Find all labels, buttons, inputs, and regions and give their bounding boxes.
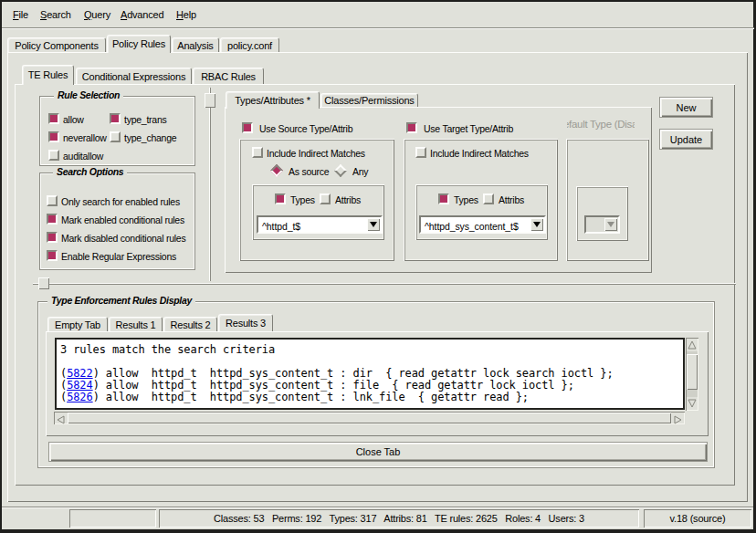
checkbox-source-attribs[interactable] [320, 193, 331, 204]
checkbox-allow[interactable] [48, 113, 59, 124]
checkbox-use-target-label: Use Target Type/Attrib [424, 123, 513, 134]
menu-file[interactable]: File [13, 2, 28, 27]
status-version: v.18 (source) [644, 509, 751, 528]
checkbox-type-change[interactable] [110, 131, 121, 142]
vertical-sash[interactable] [209, 88, 211, 281]
checkbox-type-trans[interactable] [110, 113, 121, 124]
source-combo-arrow[interactable] [367, 218, 380, 231]
source-type-combobox[interactable]: ^httpd_t$ [257, 215, 383, 234]
arrow-left-icon [55, 414, 68, 425]
results-hscrollbar[interactable] [54, 412, 685, 424]
checkbox-target-types[interactable] [438, 193, 449, 204]
checkbox-mark-disabled[interactable] [47, 232, 58, 243]
menu-query[interactable]: Query [84, 2, 110, 27]
apol-window: File Search Query Advanced Help Policy C… [0, 0, 756, 533]
horizontal-sash[interactable] [33, 283, 736, 285]
checkbox-regex[interactable] [47, 250, 58, 261]
scroll-thumb[interactable] [68, 413, 671, 423]
checkbox-source-attribs-label: Attribs [335, 194, 361, 205]
tab-results-2[interactable]: Results 2 [163, 317, 217, 331]
scroll-right-button[interactable] [671, 413, 684, 423]
search-options-title: Search Options [53, 166, 127, 178]
rule-selection-title: Rule Selection [54, 89, 123, 101]
arrow-down-icon [687, 397, 698, 410]
arrow-up-icon [687, 339, 698, 351]
default-type-combobox [584, 215, 620, 234]
default-type-label: Default Type (Disabled) [567, 119, 635, 130]
checkbox-use-target[interactable] [406, 122, 417, 133]
checkbox-source-types[interactable] [275, 193, 286, 204]
menu-search[interactable]: Search [40, 2, 71, 27]
checkbox-type-change-label: type_change [124, 132, 176, 143]
target-type-combobox[interactable]: ^httpd_sys_content_t$ [419, 215, 546, 234]
chevron-down-icon [607, 222, 614, 227]
menubar-separator [2, 27, 754, 29]
results-text-content: 3 rules match the search criteria (5822)… [60, 344, 614, 403]
target-type-value: ^httpd_sys_content_t$ [425, 221, 519, 232]
menu-advanced[interactable]: Advanced [121, 2, 163, 27]
default-type-label-clip: Default Type (Disabled) [567, 119, 635, 132]
statusbar-separator [2, 507, 753, 508]
rule-link-5822[interactable]: 5822 [67, 367, 93, 380]
target-combo-arrow[interactable] [530, 218, 543, 231]
checkbox-source-types-label: Types [290, 194, 315, 205]
tab-analysis[interactable]: Analysis [172, 37, 219, 52]
vscroll-thumb[interactable] [687, 354, 698, 390]
checkbox-auditallow-label: auditallow [63, 151, 103, 162]
scroll-up-button[interactable] [687, 339, 698, 351]
checkbox-neverallow[interactable] [48, 131, 59, 142]
results-header: 3 rules match the search criteria [60, 344, 614, 356]
chevron-down-icon [370, 222, 377, 227]
checkbox-regex-label: Enable Regular Expressions [61, 251, 176, 262]
tab-policy-conf[interactable]: policy.conf [220, 37, 279, 52]
tab-policy-rules[interactable]: Policy Rules [107, 35, 171, 53]
checkbox-auditallow[interactable] [48, 150, 59, 161]
rule-line: (5826) allow httpd_t httpd_sys_content_t… [60, 392, 614, 403]
checkbox-source-indirect[interactable] [252, 147, 263, 158]
source-type-value: ^httpd_t$ [262, 221, 300, 232]
tab-te-rules[interactable]: TE Rules [22, 65, 74, 85]
status-stats: Classes: 53 Perms: 192 Types: 317 Attrib… [159, 509, 639, 528]
rule-link-5826[interactable]: 5826 [67, 391, 93, 403]
rule-link-5824[interactable]: 5824 [67, 379, 93, 392]
checkbox-use-source-label: Use Source Type/Attrib [259, 123, 352, 134]
te-display-title: Type Enforcement Rules Display [47, 295, 195, 307]
arrow-right-icon [671, 414, 684, 425]
scroll-left-button[interactable] [55, 413, 68, 423]
tab-results-3[interactable]: Results 3 [218, 314, 273, 331]
menubar: File Search Query Advanced Help [2, 2, 754, 27]
menu-help[interactable]: Help [176, 2, 196, 27]
checkbox-type-trans-label: type_trans [124, 114, 167, 125]
checkbox-only-enabled-label: Only search for enabled rules [61, 196, 180, 207]
checkbox-mark-enabled-label: Mark enabled conditional rules [61, 214, 184, 225]
default-combo-arrow [604, 218, 617, 231]
horizontal-sash-handle[interactable] [38, 277, 49, 289]
close-tab-button[interactable]: Close Tab [48, 442, 708, 462]
status-left [69, 509, 156, 528]
vertical-sash-handle[interactable] [205, 93, 215, 108]
tab-results-1[interactable]: Results 1 [109, 317, 163, 331]
results-text-area[interactable]: 3 rules match the search criteria (5822)… [55, 338, 685, 410]
tab-policy-components[interactable]: Policy Components [7, 37, 106, 52]
tab-conditional-expressions[interactable]: Conditional Expressions [76, 68, 192, 84]
results-vscrollbar[interactable] [686, 338, 698, 411]
checkbox-use-source[interactable] [242, 122, 253, 133]
tab-types-attributes[interactable]: Types/Attributes * [226, 91, 320, 109]
radio-as-source-label: As source [289, 166, 329, 177]
checkbox-target-indirect[interactable] [415, 147, 426, 158]
tab-empty-tab[interactable]: Empty Tab [47, 317, 108, 331]
checkbox-mark-enabled[interactable] [47, 214, 58, 225]
chevron-down-icon [533, 222, 541, 227]
checkbox-only-enabled[interactable] [47, 195, 58, 206]
new-button[interactable]: New [659, 97, 713, 118]
radio-any-label: Any [352, 166, 368, 177]
tab-rbac-rules[interactable]: RBAC Rules [193, 68, 264, 84]
scroll-down-button[interactable] [687, 397, 698, 410]
tab-classes-permissions[interactable]: Classes/Permissions [320, 93, 418, 107]
checkbox-target-attribs-label: Attribs [499, 194, 524, 205]
update-button[interactable]: Update [659, 129, 713, 150]
checkbox-source-indirect-label: Include Indirect Matches [267, 148, 365, 159]
checkbox-target-types-label: Types [454, 194, 478, 205]
checkbox-mark-disabled-label: Mark disabled conditional rules [61, 233, 185, 244]
checkbox-target-attribs[interactable] [483, 193, 494, 204]
